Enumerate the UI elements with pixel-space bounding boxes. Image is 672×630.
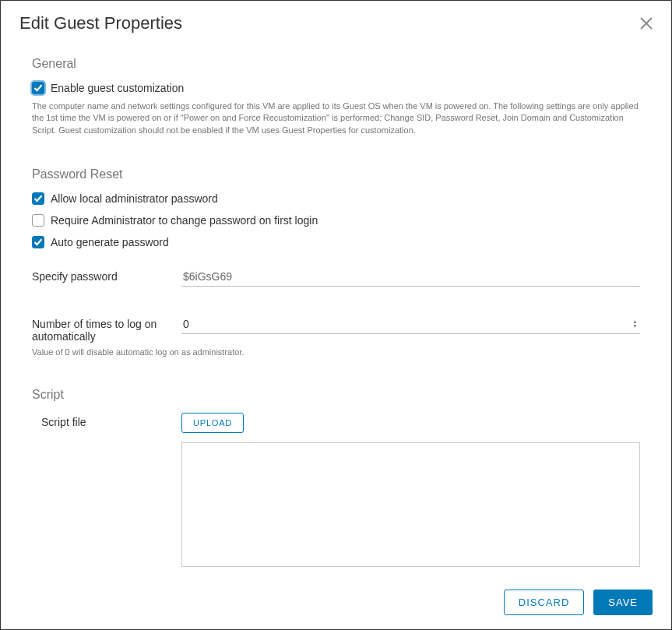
section-script: Script Script file UPLOAD (32, 388, 640, 569)
auto-generate-checkbox[interactable] (32, 236, 44, 248)
enable-guest-customization-row: Enable guest customization (32, 82, 640, 94)
allow-admin-password-label: Allow local administrator password (51, 192, 218, 205)
allow-admin-password-checkbox[interactable] (32, 192, 44, 205)
discard-button[interactable]: DISCARD (504, 590, 585, 615)
allow-admin-password-row: Allow local administrator password (32, 192, 640, 205)
save-button[interactable]: SAVE (593, 590, 653, 615)
logon-count-row: Number of times to log on automatically … (32, 315, 640, 343)
require-change-label: Require Administrator to change password… (51, 214, 318, 227)
script-file-label: Script file (32, 413, 172, 428)
chevron-down-icon[interactable]: ▼ (630, 324, 640, 329)
script-textarea[interactable] (181, 442, 640, 567)
specify-password-row: Specify password (32, 267, 640, 287)
dialog-body[interactable]: General Enable guest customization The c… (1, 46, 671, 575)
logon-count-wrap: ▲ ▼ (181, 315, 640, 334)
section-password-reset: Password Reset Allow local administrator… (32, 167, 640, 357)
section-heading-general: General (32, 57, 640, 71)
section-heading-script: Script (32, 388, 640, 402)
logon-count-hint: Value of 0 will disable automatic log on… (32, 347, 640, 357)
upload-button[interactable]: UPLOAD (181, 413, 244, 433)
require-change-checkbox[interactable] (32, 214, 44, 227)
specify-password-input[interactable] (181, 267, 640, 287)
check-icon (33, 194, 43, 203)
check-icon (33, 83, 43, 93)
check-icon (33, 238, 43, 247)
general-helper-text: The computer name and network settings c… (32, 100, 640, 136)
enable-guest-customization-label: Enable guest customization (51, 82, 184, 94)
section-heading-password-reset: Password Reset (32, 167, 640, 181)
specify-password-label: Specify password (32, 267, 172, 283)
dialog-title: Edit Guest Properties (19, 13, 182, 33)
script-file-row: Script file UPLOAD (32, 413, 640, 569)
logon-count-label: Number of times to log on automatically (32, 315, 172, 343)
dialog-footer: DISCARD SAVE (1, 575, 671, 629)
auto-generate-label: Auto generate password (51, 236, 169, 248)
logon-count-input[interactable] (181, 315, 625, 333)
dialog-header: Edit Guest Properties (1, 1, 671, 46)
quantity-stepper[interactable]: ▲ ▼ (630, 319, 640, 329)
close-icon[interactable] (640, 17, 653, 30)
enable-guest-customization-checkbox[interactable] (32, 82, 44, 94)
require-change-row: Require Administrator to change password… (32, 214, 640, 227)
auto-generate-row: Auto generate password (32, 236, 640, 248)
section-general: General Enable guest customization The c… (32, 57, 640, 136)
